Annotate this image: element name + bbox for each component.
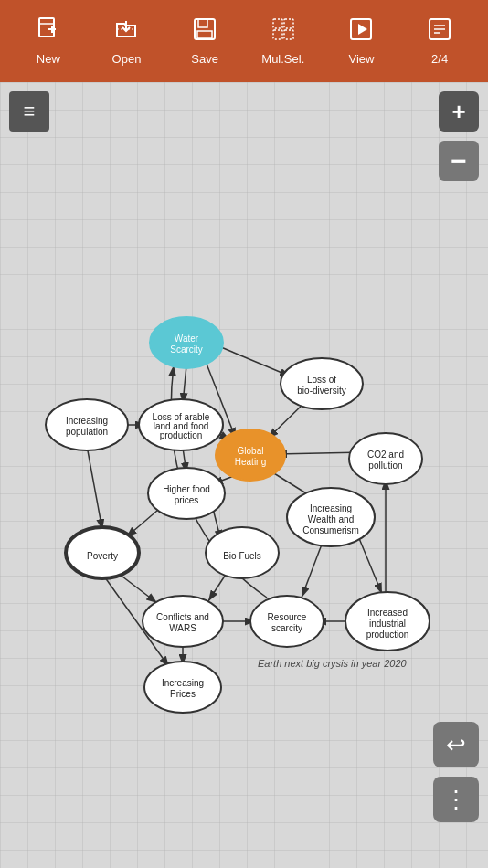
zoom-in-icon: + — [451, 98, 465, 126]
svg-text:Increasing: Increasing — [66, 416, 108, 426]
svg-marker-12 — [358, 24, 367, 35]
svg-line-24 — [87, 446, 102, 530]
svg-text:Conflicts and: Conflicts and — [156, 612, 209, 622]
svg-text:bio-diversity: bio-diversity — [297, 386, 345, 396]
svg-text:scarcity: scarcity — [271, 623, 302, 633]
new-label: New — [37, 52, 60, 66]
svg-text:Poverty: Poverty — [87, 551, 118, 561]
page-icon — [427, 16, 452, 48]
svg-text:CO2 and: CO2 and — [367, 450, 404, 460]
toolbar-view[interactable]: View — [324, 16, 398, 66]
svg-text:population: population — [66, 427, 108, 437]
svg-text:pollution: pollution — [368, 460, 402, 471]
sidebar-toggle-button[interactable]: ≡ — [9, 91, 49, 132]
view-label: View — [348, 52, 374, 66]
svg-text:WARS: WARS — [169, 623, 196, 633]
hamburger-icon: ≡ — [24, 101, 36, 122]
svg-text:Higher food: Higher food — [163, 484, 210, 494]
save-icon — [192, 16, 217, 48]
svg-text:Consumerism: Consumerism — [302, 525, 359, 535]
toolbar-mulsel[interactable]: Mul.Sel. — [247, 16, 320, 66]
mulsel-icon — [271, 16, 296, 48]
diagram-svg: Water Scarcity Loss of bio-diversity Inc… — [0, 82, 488, 868]
undo-icon: ↩ — [446, 731, 466, 759]
svg-text:Prices: Prices — [170, 689, 196, 699]
svg-text:industrial: industrial — [369, 619, 406, 629]
toolbar-page[interactable]: 2/4 — [403, 16, 476, 66]
save-label: Save — [191, 52, 218, 66]
zoom-out-icon: − — [451, 150, 467, 172]
svg-text:Bio Fuels: Bio Fuels — [223, 551, 261, 561]
new-icon — [36, 16, 61, 48]
open-label: Open — [112, 52, 142, 66]
svg-text:Increased: Increased — [367, 608, 408, 618]
toolbar-save[interactable]: Save — [168, 16, 241, 66]
svg-line-35 — [356, 532, 382, 594]
toolbar: New Open Save — [0, 0, 488, 82]
page-label: 2/4 — [431, 52, 448, 66]
svg-text:Wealth and: Wealth and — [308, 514, 354, 524]
svg-text:Resource: Resource — [268, 612, 307, 622]
svg-text:Scarcity: Scarcity — [170, 344, 203, 355]
toolbar-open[interactable]: Open — [90, 16, 163, 66]
open-icon — [113, 16, 139, 48]
svg-text:Increasing: Increasing — [310, 503, 352, 513]
svg-text:Global: Global — [238, 446, 264, 456]
svg-rect-8 — [284, 19, 293, 28]
svg-line-32 — [119, 574, 157, 603]
svg-text:production: production — [366, 630, 409, 640]
svg-rect-6 — [197, 31, 212, 38]
svg-rect-5 — [198, 19, 207, 27]
svg-rect-9 — [273, 30, 282, 39]
svg-line-19 — [183, 365, 186, 404]
svg-rect-10 — [284, 30, 293, 39]
zoom-out-button[interactable]: − — [439, 141, 479, 181]
svg-text:Loss of: Loss of — [307, 375, 336, 385]
undo-button[interactable]: ↩ — [433, 722, 479, 767]
svg-text:production: production — [160, 430, 203, 440]
zoom-in-button[interactable]: + — [439, 91, 479, 132]
svg-text:Heating: Heating — [235, 457, 266, 467]
svg-text:Water: Water — [175, 333, 199, 344]
svg-rect-7 — [273, 19, 282, 28]
toolbar-new[interactable]: New — [12, 16, 85, 66]
more-icon: ⋮ — [444, 786, 468, 814]
more-button[interactable]: ⋮ — [433, 777, 479, 822]
svg-text:Increasing: Increasing — [162, 678, 204, 688]
canvas-area: ≡ + − ↩ ⋮ — [0, 82, 488, 868]
view-icon — [348, 16, 374, 48]
diagram-caption: Earth next big crysis in year 2020 — [258, 658, 408, 669]
mulsel-label: Mul.Sel. — [261, 52, 304, 66]
svg-text:prices: prices — [175, 495, 199, 505]
